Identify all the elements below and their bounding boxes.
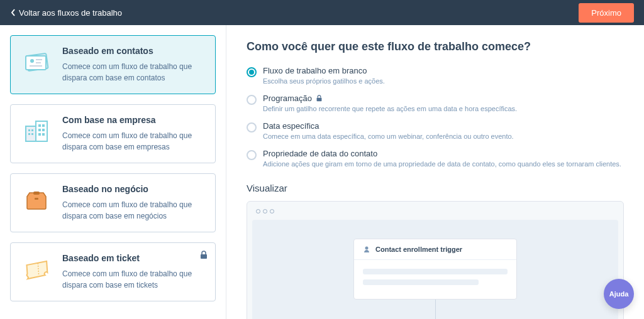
config-title: Como você quer que este fluxo de trabalh…	[247, 40, 624, 53]
start-option-3[interactable]: Propriedade de data do contato Adicione …	[247, 149, 624, 168]
card-desc: Comece com um fluxo de trabalho que disp…	[62, 268, 205, 291]
preview-box: Contact enrollment trigger Action	[247, 201, 624, 319]
workflow-trigger-card: Contact enrollment trigger	[353, 239, 517, 300]
placeholder-line	[363, 279, 479, 285]
card-title: Baseado no negócio	[62, 184, 205, 194]
svg-rect-7	[36, 121, 47, 141]
radio-button[interactable]	[247, 67, 257, 77]
svg-rect-8	[38, 124, 41, 127]
card-desc: Comece com um fluxo de trabalho que disp…	[62, 130, 205, 153]
preview-title: Visualizar	[247, 183, 624, 193]
start-option-2[interactable]: Data específica Comece em uma data espec…	[247, 121, 624, 140]
workflow-connector	[435, 300, 436, 319]
next-button[interactable]: Próximo	[579, 3, 634, 23]
workflow-config-panel: Como você quer que este fluxo de trabalh…	[226, 25, 644, 319]
card-desc: Comece com um fluxo de trabalho que disp…	[62, 199, 205, 222]
preview-window-dots	[252, 207, 618, 220]
placeholder-line	[363, 269, 508, 274]
back-label: Voltar aos fluxos de trabalho	[19, 8, 122, 18]
svg-rect-17	[31, 133, 33, 135]
radio-label: Propriedade de data do contato	[263, 149, 621, 158]
contact-icon	[363, 246, 370, 253]
svg-rect-15	[31, 129, 33, 131]
radio-button[interactable]	[247, 122, 257, 132]
radio-desc: Escolha seus próprios gatilhos e ações.	[263, 77, 385, 85]
card-title: Com base na empresa	[62, 115, 205, 125]
ticket-icon	[21, 253, 52, 284]
svg-rect-21	[201, 254, 207, 259]
trigger-label: Contact enrollment trigger	[375, 246, 462, 253]
svg-rect-18	[33, 192, 40, 195]
start-option-0[interactable]: Fluxo de trabalho em branco Escolha seus…	[247, 66, 624, 85]
start-option-1[interactable]: Programação Definir um gatilho recorrent…	[247, 94, 624, 112]
radio-button[interactable]	[247, 95, 257, 105]
deal-icon	[21, 184, 52, 215]
company-icon	[21, 115, 52, 146]
workflow-type-card-contact[interactable]: Baseado em contatos Comece com um fluxo …	[10, 35, 216, 94]
svg-rect-16	[28, 133, 30, 135]
svg-point-2	[30, 59, 34, 63]
card-desc: Comece com um fluxo de trabalho que disp…	[62, 61, 205, 84]
start-options-group: Fluxo de trabalho em branco Escolha seus…	[247, 66, 624, 168]
radio-label: Programação	[263, 94, 517, 103]
svg-point-23	[365, 247, 369, 250]
radio-desc: Adicione ações que giram em torno de uma…	[263, 160, 621, 168]
radio-label: Fluxo de trabalho em branco	[263, 66, 385, 75]
contact-icon	[21, 46, 52, 77]
svg-rect-12	[38, 133, 41, 136]
back-link[interactable]: Voltar aos fluxos de trabalho	[10, 8, 122, 18]
card-title: Baseado em contatos	[62, 46, 205, 56]
svg-rect-14	[28, 129, 30, 131]
svg-rect-11	[42, 129, 45, 131]
workflow-type-card-company[interactable]: Com base na empresa Comece com um fluxo …	[10, 104, 216, 163]
workflow-type-sidebar: Baseado em contatos Comece com um fluxo …	[0, 25, 226, 319]
svg-rect-19	[35, 198, 38, 200]
workflow-type-card-deal[interactable]: Baseado no negócio Comece com um fluxo d…	[10, 173, 216, 232]
help-button[interactable]: Ajuda	[604, 279, 634, 309]
svg-rect-22	[317, 98, 322, 102]
chevron-left-icon	[10, 8, 16, 17]
workflow-type-card-ticket[interactable]: Baseado em ticket Comece com um fluxo de…	[10, 242, 216, 301]
preview-canvas: Contact enrollment trigger Action	[252, 220, 618, 319]
svg-rect-6	[26, 126, 36, 141]
radio-desc: Comece em uma data específica, como um w…	[263, 132, 514, 140]
radio-label: Data específica	[263, 121, 514, 131]
card-title: Baseado em ticket	[62, 253, 205, 263]
lock-icon	[316, 95, 323, 102]
lock-icon	[200, 251, 208, 262]
svg-rect-13	[42, 133, 45, 136]
svg-rect-9	[42, 124, 45, 127]
radio-desc: Definir um gatilho recorrente que repete…	[263, 105, 517, 112]
radio-button[interactable]	[247, 150, 257, 160]
svg-rect-10	[38, 129, 41, 131]
